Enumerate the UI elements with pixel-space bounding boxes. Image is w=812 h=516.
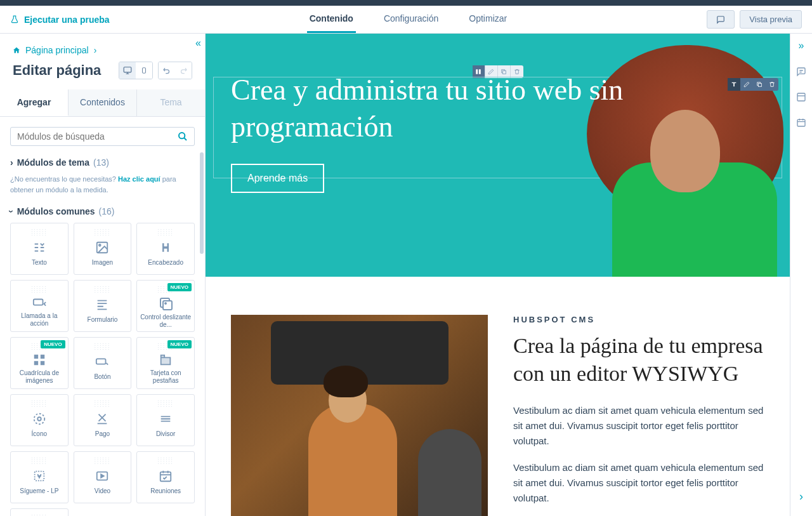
common-modules-header[interactable]: › Módulos comunes (16) xyxy=(10,206,195,216)
module-card[interactable]: :::::::::::: Pago xyxy=(74,394,132,446)
redo-button[interactable] xyxy=(175,62,192,79)
module-label: Encabezado xyxy=(148,259,183,267)
module-card[interactable]: :::::::::::: Reuniones xyxy=(136,451,195,503)
module-icon xyxy=(157,467,174,485)
undo-icon xyxy=(162,66,171,75)
module-icon xyxy=(93,353,111,371)
module-card[interactable]: :::::::::::: Ícono xyxy=(10,394,69,446)
module-card[interactable]: :::::::::::: Cuadrícula de imágenes NUEV… xyxy=(10,337,69,389)
collapse-sidebar-icon[interactable]: « xyxy=(195,37,201,49)
module-label: Imagen xyxy=(92,259,113,267)
common-modules-label: Módulos comunes xyxy=(17,206,95,216)
tab-agregar[interactable]: Agregar xyxy=(0,89,69,116)
chevron-right-icon: › xyxy=(10,157,13,168)
mobile-view-button[interactable] xyxy=(136,62,152,79)
svg-rect-22 xyxy=(758,83,761,86)
content-paragraph[interactable]: Vestibulum ac diam sit amet quam vehicul… xyxy=(513,403,764,449)
search-input[interactable] xyxy=(17,131,178,142)
module-label: Texto xyxy=(32,259,47,267)
hero-cta-button[interactable]: Aprende más xyxy=(231,164,324,193)
module-icon xyxy=(93,239,111,256)
module-icon xyxy=(157,353,174,367)
chat-button[interactable] xyxy=(707,10,735,29)
expand-rail-icon[interactable]: » xyxy=(799,40,804,51)
module-card[interactable]: :::::::::::: Encabezado xyxy=(136,223,195,275)
undo-button[interactable] xyxy=(159,62,175,79)
home-icon xyxy=(13,46,20,54)
theme-modules-header[interactable]: › Módulos de tema (13) xyxy=(10,157,195,168)
module-card[interactable]: :::::::::::: Divisor xyxy=(136,394,195,446)
module-card[interactable]: :::::::::::: Llamada a la acción xyxy=(10,280,69,332)
chevron-right-icon: › xyxy=(94,45,97,55)
scrollbar[interactable] xyxy=(200,152,204,254)
content-paragraph[interactable]: Vestibulum ac diam sit amet quam vehicul… xyxy=(513,460,764,506)
run-test-link[interactable]: Ejecutar una prueba xyxy=(10,15,110,25)
breadcrumb-label: Página principal xyxy=(25,45,89,55)
helper-link[interactable]: Haz clic aquí xyxy=(118,175,160,183)
svg-point-14 xyxy=(34,414,45,425)
module-card[interactable]: :::::::::::: Control deslizante de... NU… xyxy=(136,280,195,332)
pencil-icon xyxy=(743,81,750,88)
tab-contenidos[interactable]: Contenidos xyxy=(69,89,137,116)
device-toggle xyxy=(119,62,153,79)
canvas[interactable]: Crea y administra tu sitio web sin progr… xyxy=(206,34,790,516)
tab-tema[interactable]: Tema xyxy=(137,89,205,116)
page-title: Editar página xyxy=(13,62,101,79)
module-label: Divisor xyxy=(156,430,176,438)
header: Ejecutar una prueba Contenido Configurac… xyxy=(0,6,812,34)
desktop-view-button[interactable] xyxy=(119,62,136,79)
calendar-icon[interactable] xyxy=(796,117,806,128)
content-section[interactable]: HUBSPOT CMS Crea la página de tu empresa… xyxy=(206,277,790,516)
comment-icon[interactable] xyxy=(796,67,806,77)
search-modules[interactable] xyxy=(10,127,195,146)
copy-element-tool[interactable] xyxy=(753,78,766,91)
tab-optimizar[interactable]: Optimizar xyxy=(466,6,509,33)
svg-rect-9 xyxy=(34,355,38,359)
search-icon xyxy=(178,131,188,142)
chat-icon xyxy=(716,15,725,24)
module-label: Llamada a la acción xyxy=(13,312,65,327)
new-badge: NUEVO xyxy=(167,283,192,291)
breadcrumb[interactable]: Página principal › xyxy=(0,34,205,55)
module-card[interactable]: :::::::::::: Formulario xyxy=(74,280,132,332)
hero-section[interactable]: Crea y administra tu sitio web sin progr… xyxy=(206,34,790,277)
module-card[interactable]: :::::::::::: Sígueme - LP xyxy=(10,451,69,503)
hero-title[interactable]: Crea y administra tu sitio web sin progr… xyxy=(231,72,637,145)
module-card[interactable]: :::::::::::: xyxy=(10,508,69,516)
module-card[interactable]: :::::::::::: Tarjeta con pestañas NUEVO xyxy=(136,337,195,389)
right-rail: » › xyxy=(790,34,812,516)
drag-handle-icon: :::::::::::: xyxy=(31,228,47,236)
tab-contenido[interactable]: Contenido xyxy=(307,6,356,33)
module-label: Cuadrícula de imágenes xyxy=(13,369,65,385)
module-card[interactable]: :::::::::::: Imagen xyxy=(74,223,132,275)
module-card[interactable]: :::::::::::: Video xyxy=(74,451,132,503)
rail-next-icon[interactable]: › xyxy=(799,490,803,503)
redo-icon xyxy=(179,66,188,75)
new-badge: NUEVO xyxy=(167,340,192,348)
svg-rect-23 xyxy=(797,93,805,101)
desktop-icon xyxy=(123,66,132,75)
svg-rect-0 xyxy=(124,67,131,72)
module-label: Control deslizante de... xyxy=(140,314,192,329)
layout-icon[interactable] xyxy=(796,92,806,102)
drag-handle-icon: :::::::::::: xyxy=(95,457,110,465)
preview-button[interactable]: Vista previa xyxy=(740,10,802,29)
text-tool[interactable] xyxy=(728,78,740,91)
helper-text: ¿No encuentras lo que necesitas? Haz cli… xyxy=(10,174,195,195)
text-icon xyxy=(731,81,737,88)
tab-configuracion[interactable]: Configuración xyxy=(381,6,441,33)
svg-rect-5 xyxy=(34,300,43,305)
svg-point-2 xyxy=(179,133,185,138)
module-icon xyxy=(30,353,48,367)
undo-redo-group xyxy=(158,62,192,79)
app-top-bar xyxy=(0,0,812,6)
module-icon xyxy=(30,467,48,485)
module-card[interactable]: :::::::::::: Botón xyxy=(74,337,132,389)
content-title[interactable]: Crea la página de tu empresa con un edit… xyxy=(513,332,764,388)
new-badge: NUEVO xyxy=(41,340,65,348)
module-label: Ícono xyxy=(32,430,47,438)
drag-handle-icon: :::::::::::: xyxy=(31,286,47,293)
delete-element-tool[interactable] xyxy=(766,78,778,91)
module-card[interactable]: :::::::::::: Texto xyxy=(10,223,69,275)
edit-element-tool[interactable] xyxy=(740,78,753,91)
